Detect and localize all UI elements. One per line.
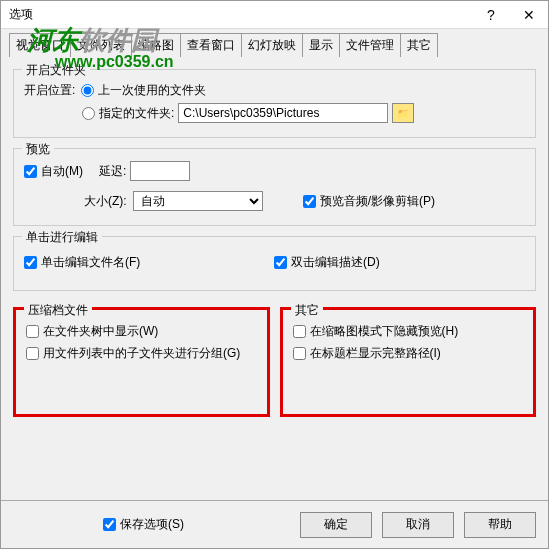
checkbox-group-sub-label: 用文件列表中的子文件夹进行分组(G) (43, 345, 240, 362)
footer-save-wrap: 保存选项(S) (13, 516, 290, 533)
tab-display[interactable]: 显示 (302, 33, 340, 57)
radio-specified-folder[interactable] (82, 107, 95, 120)
tab-viewwindow[interactable]: 视觉窗口 (9, 33, 71, 57)
legend-preview: 预览 (22, 141, 54, 158)
folder-icon: 📁 (397, 108, 409, 119)
browse-button[interactable]: 📁 (392, 103, 414, 123)
tabs-row: 视觉窗口 文件列表 缩略图 查看窗口 幻灯放映 显示 文件管理 其它 (1, 29, 548, 57)
tab-content: 开启文件夹 开启位置: 上一次使用的文件夹 指定的文件夹: 📁 预览 自动(M)… (1, 57, 548, 433)
checkbox-show-tree-label: 在文件夹树中显示(W) (43, 323, 158, 340)
checkbox-show-tree[interactable] (26, 325, 39, 338)
group-preview: 预览 自动(M) 延迟: 大小(Z): 自动 预览音频/影像剪辑(P) (13, 148, 536, 226)
checkbox-full-path[interactable] (293, 347, 306, 360)
checkbox-media-clip-label: 预览音频/影像剪辑(P) (320, 193, 435, 210)
checkbox-dbl-desc-label: 双击编辑描述(D) (291, 254, 380, 271)
tab-filelist[interactable]: 文件列表 (70, 33, 132, 57)
radio-last-folder-label: 上一次使用的文件夹 (98, 82, 206, 99)
checkbox-hide-thumb-label: 在缩略图模式下隐藏预览(H) (310, 323, 459, 340)
checkbox-save-options[interactable] (103, 518, 116, 531)
checkbox-dbl-desc[interactable] (274, 256, 287, 269)
group-open-folder: 开启文件夹 开启位置: 上一次使用的文件夹 指定的文件夹: 📁 (13, 69, 536, 138)
cancel-button[interactable]: 取消 (382, 512, 454, 538)
checkbox-edit-filename[interactable] (24, 256, 37, 269)
group-archive: 压缩档文件 在文件夹树中显示(W) 用文件列表中的子文件夹进行分组(G) (13, 307, 270, 417)
legend-other: 其它 (291, 302, 323, 319)
checkbox-auto[interactable] (24, 165, 37, 178)
delay-label: 延迟: (99, 163, 126, 180)
help-footer-button[interactable]: 帮助 (464, 512, 536, 538)
delay-input[interactable] (130, 161, 190, 181)
tab-viewer[interactable]: 查看窗口 (180, 33, 242, 57)
size-label: 大小(Z): (84, 193, 127, 210)
size-select[interactable]: 自动 (133, 191, 263, 211)
group-click-edit: 单击进行编辑 单击编辑文件名(F) 双击编辑描述(D) (13, 236, 536, 291)
tab-other[interactable]: 其它 (400, 33, 438, 57)
checkbox-hide-thumb[interactable] (293, 325, 306, 338)
checkbox-media-clip[interactable] (303, 195, 316, 208)
legend-click-edit: 单击进行编辑 (22, 229, 102, 246)
close-button[interactable]: ✕ (510, 1, 548, 28)
open-location-label: 开启位置: (24, 82, 75, 99)
two-col-row: 压缩档文件 在文件夹树中显示(W) 用文件列表中的子文件夹进行分组(G) 其它 … (13, 301, 536, 427)
group-other: 其它 在缩略图模式下隐藏预览(H) 在标题栏显示完整路径(I) (280, 307, 537, 417)
ok-button[interactable]: 确定 (300, 512, 372, 538)
tab-thumbnail[interactable]: 缩略图 (131, 33, 181, 57)
checkbox-save-options-label: 保存选项(S) (120, 516, 184, 533)
legend-archive: 压缩档文件 (24, 302, 92, 319)
checkbox-full-path-label: 在标题栏显示完整路径(I) (310, 345, 441, 362)
radio-specified-folder-label: 指定的文件夹: (99, 105, 174, 122)
window-title: 选项 (9, 6, 472, 23)
radio-last-folder[interactable] (81, 84, 94, 97)
checkbox-auto-label: 自动(M) (41, 163, 83, 180)
footer: 保存选项(S) 确定 取消 帮助 (1, 500, 548, 548)
window-buttons: ? ✕ (472, 1, 548, 28)
checkbox-edit-filename-label: 单击编辑文件名(F) (41, 254, 140, 271)
titlebar: 选项 ? ✕ (1, 1, 548, 29)
tab-filemgmt[interactable]: 文件管理 (339, 33, 401, 57)
options-window: 选项 ? ✕ 河东软件园 www.pc0359.cn 视觉窗口 文件列表 缩略图… (0, 0, 549, 549)
tab-slideshow[interactable]: 幻灯放映 (241, 33, 303, 57)
path-input[interactable] (178, 103, 388, 123)
legend-open-folder: 开启文件夹 (22, 62, 90, 79)
checkbox-group-sub[interactable] (26, 347, 39, 360)
help-button[interactable]: ? (472, 1, 510, 28)
